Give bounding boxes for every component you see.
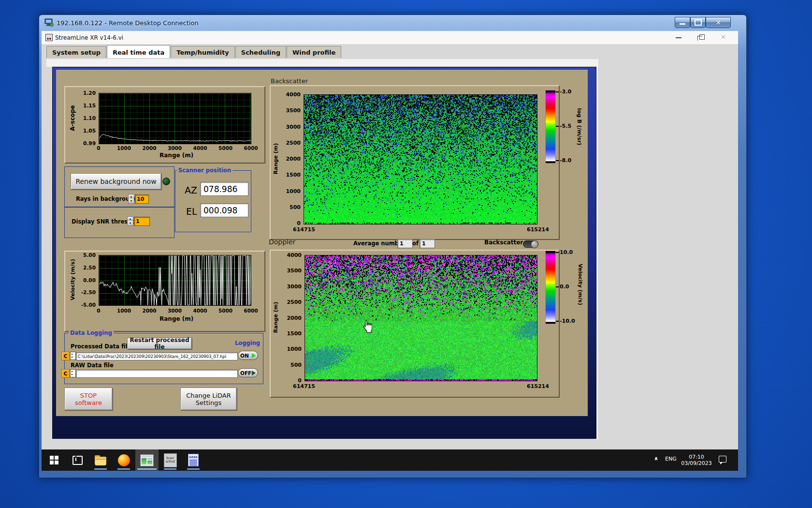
tick-label: 3000	[286, 124, 301, 130]
scanner-position-box	[175, 170, 251, 232]
cbar-tick	[556, 160, 559, 161]
notification-center-icon[interactable]	[719, 456, 726, 463]
rays-spinner[interactable]: ▲▼	[128, 194, 134, 204]
tab-system-setup[interactable]: System setup	[46, 46, 106, 58]
file-explorer-button[interactable]	[89, 449, 112, 471]
firefox-icon	[118, 454, 130, 466]
browse-icon-processed[interactable]	[70, 352, 76, 360]
doppler-heatmap	[304, 255, 537, 381]
tab-temp-humidity[interactable]: Temp/humidity	[171, 46, 235, 58]
mouse-cursor-hand	[362, 320, 372, 333]
change-line1: Change LiDAR	[186, 392, 231, 399]
renew-led-indicator	[162, 178, 170, 185]
drive-icon-raw[interactable]: C	[61, 369, 70, 378]
snr-value-field[interactable]: 1	[134, 217, 150, 226]
processed-logging-toggle-on[interactable]: ON	[238, 351, 258, 360]
tab-scheduling[interactable]: Scheduling	[235, 46, 286, 58]
velocity-line	[99, 255, 251, 305]
geek-app-icon: GEEK	[188, 454, 199, 466]
tick-label: 2.50	[83, 265, 96, 270]
tab-wind-profile[interactable]: Wind profile	[287, 46, 341, 58]
tick-label: 1.20	[83, 90, 96, 96]
snr-spinner[interactable]: ▲▼	[127, 216, 133, 226]
tick-label: 1.10	[83, 115, 96, 121]
backscatter-x-left: 614715	[293, 226, 315, 233]
raw-logging-toggle-off[interactable]: OFF	[238, 368, 258, 377]
geek-icon-text: GEEK	[189, 455, 198, 459]
scan-scheduler-icon: Scan sched	[164, 453, 177, 467]
tray-clock[interactable]: 07:10 03/09/2023	[679, 452, 714, 468]
processed-path-field[interactable]: C:\Lidar\Data\Proc\2023\202309\20230903\…	[76, 352, 238, 360]
el-label: EL	[186, 206, 197, 217]
toggle-knob	[531, 240, 538, 248]
streamline-app-button[interactable]	[135, 449, 159, 471]
app-minimize-icon[interactable]	[676, 37, 682, 38]
drive-icon-processed[interactable]: C	[61, 352, 70, 360]
backscatter-toggle-label: Backscatter	[484, 239, 523, 246]
az-label: AZ	[185, 185, 197, 195]
app-window-title: StreamLine XR v14-6.vi	[55, 34, 123, 41]
tab-real-time-data[interactable]: Real time data	[107, 45, 170, 58]
running-indicator	[94, 468, 107, 470]
firefox-button[interactable]	[112, 449, 135, 471]
tick-label: 1000	[287, 346, 302, 352]
tick-label: 500	[290, 204, 301, 210]
rdp-restore-button[interactable]	[690, 17, 706, 28]
tab-page-top-edge	[46, 59, 598, 67]
geek-app-button[interactable]: GEEK	[182, 449, 205, 471]
rays-value-field[interactable]: 10	[135, 194, 149, 204]
ascope-plot	[99, 93, 251, 144]
velocity-plot	[99, 255, 251, 306]
el-value-field[interactable]: 000.098	[200, 203, 248, 217]
tick-label: 0.00	[83, 277, 96, 283]
backscatter-cbar-tick-bot: -8.0	[560, 157, 571, 164]
data-logging-title: Data Logging	[69, 329, 114, 336]
change-lidar-settings-button[interactable]: Change LiDAR Settings	[180, 388, 237, 410]
file-explorer-icon	[95, 455, 106, 465]
running-indicator	[117, 468, 130, 470]
app-close-icon[interactable]: ✕	[721, 33, 726, 41]
rdp-computer-icon	[44, 18, 54, 27]
backscatter-cbar-label: log B (/m/sr)	[576, 108, 582, 146]
stop-line2: software	[75, 399, 102, 406]
tab-strip: System setupReal time dataTemp/humidityS…	[46, 45, 342, 59]
average-number-field[interactable]: 1	[397, 239, 413, 248]
backscatter-cbar-tick-top: -3.0	[560, 89, 571, 95]
scan-scheduler-button[interactable]: Scan sched	[159, 449, 182, 471]
tick-label: 2000	[286, 156, 301, 162]
restart-processed-file-button[interactable]: Restart processed file	[127, 338, 192, 349]
task-view-button[interactable]	[66, 449, 89, 471]
ascope-xticks: 0100020003000400050006000	[99, 145, 251, 151]
rdp-minimize-button[interactable]	[675, 17, 690, 28]
average-total-field[interactable]: 1	[420, 239, 435, 248]
rdp-close-button[interactable]: ✕	[706, 17, 731, 28]
off-led-icon	[252, 371, 256, 375]
cbar-tick	[556, 252, 559, 253]
backscatter-heatmap	[304, 94, 537, 224]
tick-label: 2500	[286, 140, 301, 146]
tick-label: 1500	[287, 330, 302, 337]
renew-background-button[interactable]: Renew background now	[71, 173, 161, 190]
doppler-cbar-tick-bot: -10.0	[560, 318, 575, 324]
tick-label: -5.00	[81, 302, 96, 308]
browse-icon-raw[interactable]	[70, 369, 76, 377]
tick-label: 0	[297, 220, 301, 226]
start-button[interactable]	[43, 449, 66, 471]
tick-label: 2000	[287, 315, 302, 321]
streamline-app-icon	[140, 454, 154, 466]
tray-chevron-icon[interactable]: ∧	[654, 455, 658, 462]
az-value-field[interactable]: 078.986	[200, 182, 248, 196]
scanner-position-title: Scanner position	[177, 167, 232, 174]
doppler-colorbar	[545, 251, 556, 324]
on-led-icon	[252, 353, 256, 358]
tray-language[interactable]: ENG	[665, 456, 677, 462]
raw-path-field[interactable]	[76, 370, 238, 378]
doppler-cbar-tick-mid: 0.0	[560, 284, 569, 290]
tick-label: 0.99	[83, 140, 96, 146]
running-indicator	[187, 468, 200, 470]
backscatter-toggle-switch[interactable]	[523, 240, 538, 248]
stop-software-button[interactable]: STOP software	[64, 388, 113, 410]
ascope-xlabel: Range (m)	[160, 152, 193, 159]
app-restore-icon-back	[697, 36, 702, 41]
tick-label: 3500	[286, 107, 301, 114]
